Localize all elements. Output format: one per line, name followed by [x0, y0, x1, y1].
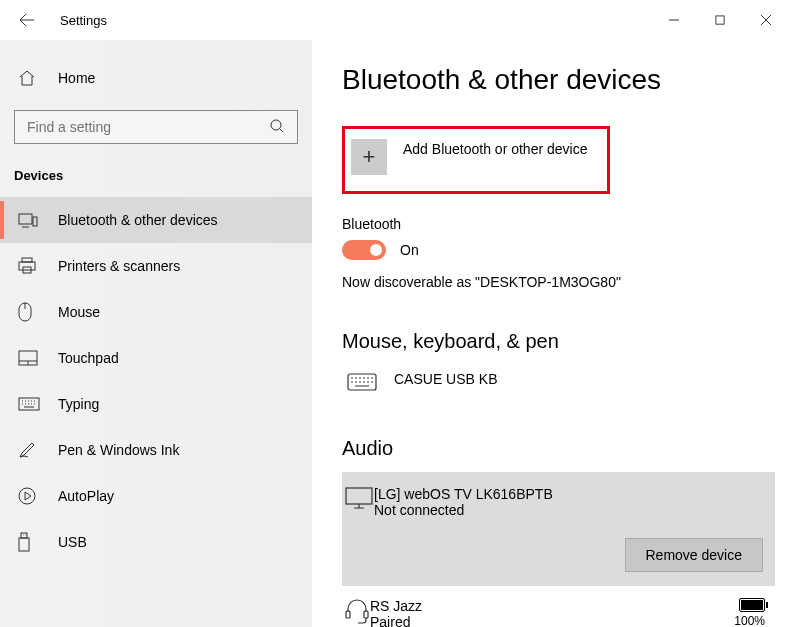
search-input-wrap[interactable]: [14, 110, 298, 144]
device-row-headset[interactable]: RS Jazz Paired 100%: [342, 592, 775, 627]
sidebar: Home Devices Bluetooth & other devices P…: [0, 40, 312, 627]
battery-percent: 100%: [734, 614, 765, 627]
battery-icon: [739, 598, 765, 612]
sidebar-item-printers[interactable]: Printers & scanners: [0, 243, 312, 289]
device-status: Not connected: [374, 502, 553, 518]
device-row-keyboard[interactable]: CASUE USB KB: [342, 365, 775, 397]
sidebar-item-usb[interactable]: USB: [0, 519, 312, 565]
usb-icon: [18, 532, 40, 552]
home-icon: [18, 69, 38, 87]
keyboard-device-icon: [344, 371, 380, 391]
titlebar: Settings: [0, 0, 789, 40]
category-header: Devices: [0, 162, 312, 197]
touchpad-icon: [18, 350, 40, 366]
sidebar-item-label: Mouse: [58, 304, 100, 320]
device-name: RS Jazz: [370, 598, 422, 614]
svg-rect-4: [22, 258, 32, 262]
device-status: Paired: [370, 614, 422, 627]
sidebar-item-mouse[interactable]: Mouse: [0, 289, 312, 335]
svg-rect-3: [33, 217, 37, 226]
search-icon: [269, 118, 285, 137]
svg-point-10: [19, 488, 35, 504]
svg-rect-16: [364, 611, 368, 618]
back-button[interactable]: [18, 11, 36, 29]
plus-icon: +: [351, 139, 387, 175]
close-button[interactable]: [743, 4, 789, 36]
svg-rect-14: [346, 488, 372, 504]
section-audio: Audio: [342, 437, 775, 460]
keyboard-icon: [18, 397, 40, 411]
svg-rect-5: [19, 262, 35, 270]
sidebar-item-label: AutoPlay: [58, 488, 114, 504]
bluetooth-label: Bluetooth: [342, 216, 775, 232]
sidebar-item-label: Touchpad: [58, 350, 119, 366]
window-title: Settings: [60, 13, 107, 28]
main-content: Bluetooth & other devices + Add Bluetoot…: [312, 40, 789, 627]
svg-rect-2: [19, 214, 32, 224]
svg-rect-15: [346, 611, 350, 618]
add-device-label: Add Bluetooth or other device: [403, 139, 587, 157]
sidebar-item-label: Typing: [58, 396, 99, 412]
sidebar-item-pen[interactable]: Pen & Windows Ink: [0, 427, 312, 473]
home-label: Home: [58, 70, 95, 86]
autoplay-icon: [18, 487, 40, 505]
sidebar-item-typing[interactable]: Typing: [0, 381, 312, 427]
svg-rect-0: [715, 15, 723, 23]
sidebar-item-label: Bluetooth & other devices: [58, 212, 218, 228]
minimize-button[interactable]: [651, 4, 697, 36]
sidebar-item-touchpad[interactable]: Touchpad: [0, 335, 312, 381]
remove-device-button[interactable]: Remove device: [625, 538, 764, 572]
sidebar-item-label: USB: [58, 534, 87, 550]
monitor-icon: [344, 486, 374, 513]
maximize-button[interactable]: [697, 4, 743, 36]
device-name: [LG] webOS TV LK616BPTB: [374, 486, 553, 502]
toggle-state-label: On: [400, 242, 419, 258]
search-input[interactable]: [27, 119, 269, 135]
sidebar-item-autoplay[interactable]: AutoPlay: [0, 473, 312, 519]
home-nav[interactable]: Home: [0, 58, 312, 98]
device-row-tv-selected[interactable]: [LG] webOS TV LK616BPTB Not connected Re…: [342, 472, 775, 586]
svg-rect-12: [19, 538, 29, 551]
printer-icon: [18, 257, 40, 275]
section-mouse-keyboard: Mouse, keyboard, & pen: [342, 330, 775, 353]
sidebar-item-bluetooth[interactable]: Bluetooth & other devices: [0, 197, 312, 243]
mouse-icon: [18, 302, 40, 322]
pen-icon: [18, 441, 40, 459]
page-heading: Bluetooth & other devices: [342, 64, 775, 96]
bluetooth-toggle[interactable]: [342, 240, 386, 260]
devices-icon: [18, 212, 40, 228]
headset-icon: [344, 598, 370, 627]
discoverable-text: Now discoverable as "DESKTOP-1M3OG80": [342, 274, 775, 290]
add-device-button[interactable]: + Add Bluetooth or other device: [342, 126, 610, 194]
device-name: CASUE USB KB: [394, 371, 497, 387]
sidebar-item-label: Printers & scanners: [58, 258, 180, 274]
svg-rect-11: [21, 533, 27, 538]
sidebar-item-label: Pen & Windows Ink: [58, 442, 179, 458]
